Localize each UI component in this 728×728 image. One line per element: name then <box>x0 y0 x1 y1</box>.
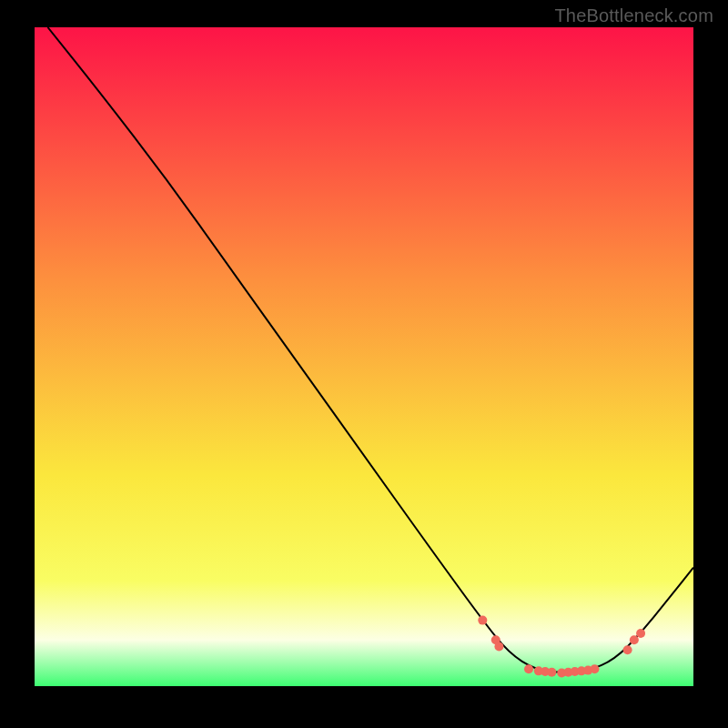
data-marker <box>524 664 533 673</box>
data-marker <box>547 668 556 677</box>
attribution-label: TheBottleneck.com <box>554 5 713 26</box>
data-marker <box>478 616 487 625</box>
plot-area <box>35 27 693 686</box>
chart-frame: TheBottleneck.com <box>0 0 728 728</box>
data-marker <box>494 642 503 652</box>
data-marker <box>590 664 599 673</box>
gradient-background <box>35 27 693 686</box>
data-marker <box>636 629 645 638</box>
chart-svg <box>35 27 693 686</box>
data-marker <box>630 635 639 644</box>
data-marker <box>623 645 632 654</box>
